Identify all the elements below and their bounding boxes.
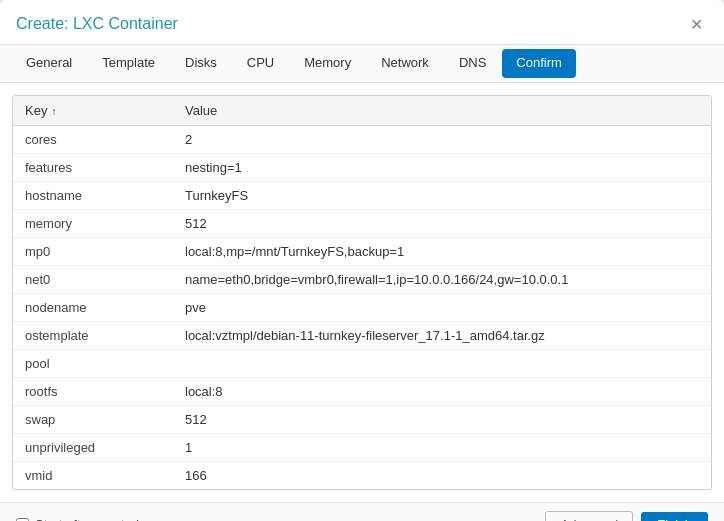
table-cell-key: rootfs — [13, 378, 173, 406]
tab-confirm[interactable]: Confirm — [502, 49, 576, 78]
tab-general[interactable]: General — [12, 45, 86, 82]
table-row: mp0local:8,mp=/mnt/TurnkeyFS,backup=1 — [13, 238, 711, 266]
tab-dns[interactable]: DNS — [445, 45, 500, 82]
table-cell-key: nodename — [13, 294, 173, 322]
table-cell-value: 512 — [173, 210, 711, 238]
confirm-table-container: Key↑ Value cores2featuresnesting=1hostna… — [12, 95, 712, 490]
table-row: swap512 — [13, 406, 711, 434]
table-row: nodenamepve — [13, 294, 711, 322]
confirm-table: Key↑ Value cores2featuresnesting=1hostna… — [13, 96, 711, 489]
table-cell-value: local:8 — [173, 378, 711, 406]
table-cell-value: 166 — [173, 462, 711, 490]
table-cell-value: local:vztmpl/debian-11-turnkey-fileserve… — [173, 322, 711, 350]
table-row: vmid166 — [13, 462, 711, 490]
finish-button[interactable]: Finish — [641, 512, 708, 521]
table-cell-key: vmid — [13, 462, 173, 490]
table-cell-key: hostname — [13, 182, 173, 210]
tab-bar: General Template Disks CPU Memory Networ… — [0, 45, 724, 83]
tab-disks[interactable]: Disks — [171, 45, 231, 82]
dialog-header: Create: LXC Container ✕ — [0, 0, 724, 45]
tab-template[interactable]: Template — [88, 45, 169, 82]
start-after-created-label[interactable]: Start after created — [16, 517, 139, 521]
table-cell-value: 1 — [173, 434, 711, 462]
table-row: cores2 — [13, 126, 711, 154]
table-cell-value: TurnkeyFS — [173, 182, 711, 210]
close-button[interactable]: ✕ — [684, 12, 708, 36]
table-row: rootfslocal:8 — [13, 378, 711, 406]
table-cell-key: memory — [13, 210, 173, 238]
table-cell-value: 512 — [173, 406, 711, 434]
table-cell-key: mp0 — [13, 238, 173, 266]
table-cell-value: pve — [173, 294, 711, 322]
table-cell-key: swap — [13, 406, 173, 434]
table-cell-value — [173, 350, 711, 378]
tab-cpu[interactable]: CPU — [233, 45, 288, 82]
table-cell-value: nesting=1 — [173, 154, 711, 182]
dialog-footer: Start after created Advanced Finish — [0, 502, 724, 521]
sort-icon: ↑ — [51, 106, 56, 117]
table-cell-key: unprivileged — [13, 434, 173, 462]
table-row: featuresnesting=1 — [13, 154, 711, 182]
tab-memory[interactable]: Memory — [290, 45, 365, 82]
col-header-value: Value — [173, 96, 711, 126]
table-row: memory512 — [13, 210, 711, 238]
table-cell-key: cores — [13, 126, 173, 154]
table-row: unprivileged1 — [13, 434, 711, 462]
footer-buttons: Advanced Finish — [545, 511, 708, 521]
dialog-title: Create: LXC Container — [16, 15, 178, 33]
table-cell-key: net0 — [13, 266, 173, 294]
col-header-key[interactable]: Key↑ — [13, 96, 173, 126]
table-cell-value: 2 — [173, 126, 711, 154]
table-row: net0name=eth0,bridge=vmbr0,firewall=1,ip… — [13, 266, 711, 294]
table-cell-key: features — [13, 154, 173, 182]
create-lxc-dialog: Create: LXC Container ✕ General Template… — [0, 0, 724, 521]
table-row: ostemplatelocal:vztmpl/debian-11-turnkey… — [13, 322, 711, 350]
table-cell-value: name=eth0,bridge=vmbr0,firewall=1,ip=10.… — [173, 266, 711, 294]
table-row: hostnameTurnkeyFS — [13, 182, 711, 210]
tab-network[interactable]: Network — [367, 45, 443, 82]
table-cell-value: local:8,mp=/mnt/TurnkeyFS,backup=1 — [173, 238, 711, 266]
advanced-button[interactable]: Advanced — [545, 511, 633, 521]
table-row: pool — [13, 350, 711, 378]
table-cell-key: ostemplate — [13, 322, 173, 350]
table-cell-key: pool — [13, 350, 173, 378]
